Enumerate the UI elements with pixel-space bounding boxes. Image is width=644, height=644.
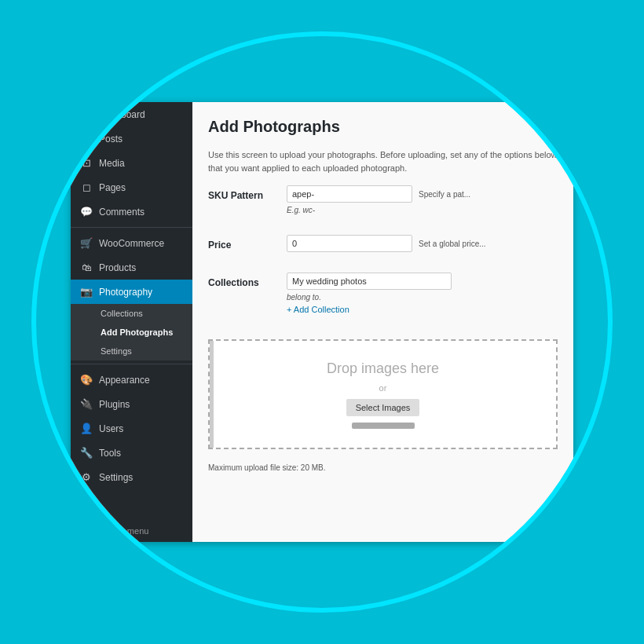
users-icon: 👤 — [80, 423, 93, 434]
sidebar-label-plugins: Plugins — [99, 399, 130, 410]
dashboard-icon: ⊞ — [80, 108, 93, 120]
media-icon: ⊡ — [80, 157, 93, 169]
sidebar-item-pages[interactable]: ◻ Pages — [71, 175, 192, 199]
sidebar-label-posts: Posts — [99, 134, 123, 145]
photography-icon: 📷 — [80, 286, 93, 298]
tools-icon: 🔧 — [80, 447, 93, 459]
sku-input[interactable] — [287, 185, 412, 203]
sidebar-divider-1 — [71, 227, 192, 228]
comments-icon: 💬 — [80, 206, 93, 218]
sidebar-label-woocommerce: WooCommerce — [99, 238, 164, 249]
sidebar-label-comments: Comments — [99, 207, 145, 218]
price-input-row: Set a global price... — [287, 235, 558, 252]
plugins-icon: 🔌 — [80, 398, 93, 410]
posts-icon: ✎ — [80, 133, 93, 145]
sidebar-label-users: Users — [99, 423, 123, 434]
sku-field-group: Specify a pat... E.g. wc- — [287, 185, 558, 214]
sidebar-item-products[interactable]: 🛍 Products — [71, 255, 192, 280]
sidebar-item-comments[interactable]: 💬 Comments — [71, 199, 192, 224]
sidebar: ⊞ Dashboard ✎ Posts ⊡ Media ◻ Pages 💬 Co… — [71, 102, 192, 542]
sidebar-item-appearance[interactable]: 🎨 Appearance — [71, 368, 192, 392]
sidebar-label-settings: Settings — [99, 472, 133, 483]
products-icon: 🛍 — [80, 262, 93, 273]
sidebar-divider-2 — [71, 364, 192, 364]
collapse-icon: ◀ — [80, 525, 86, 536]
drop-zone-text: Drop images here — [327, 360, 439, 377]
settings-icon: ⚙ — [80, 471, 93, 483]
wordpress-window: ⊞ Dashboard ✎ Posts ⊡ Media ◻ Pages 💬 Co… — [71, 102, 573, 542]
pages-icon: ◻ — [80, 181, 93, 193]
drop-zone-or: or — [379, 383, 387, 393]
sidebar-item-woocommerce[interactable]: 🛒 WooCommerce — [71, 231, 192, 255]
sidebar-label-tools: Tools — [99, 448, 121, 459]
upload-info: Maximum upload file size: 20 MB. — [208, 463, 558, 472]
sidebar-item-settings[interactable]: ⚙ Settings — [71, 465, 192, 489]
select-images-button[interactable]: Select Images — [346, 399, 420, 416]
collapse-label: Collapse menu — [91, 526, 148, 536]
progress-bar — [352, 423, 415, 429]
circle-frame: ⊞ Dashboard ✎ Posts ⊡ Media ◻ Pages 💬 Co… — [31, 31, 613, 613]
collections-input[interactable] — [287, 273, 452, 290]
sku-hint-right: Specify a pat... — [419, 190, 470, 199]
sidebar-item-dashboard[interactable]: ⊞ Dashboard — [71, 102, 192, 126]
collections-field-group: belong to. + Add Collection — [287, 273, 558, 314]
submenu-label-add-photographs: Add Photographs — [101, 327, 173, 337]
page-title: Add Photographs — [208, 118, 558, 136]
price-input[interactable] — [287, 235, 412, 252]
sidebar-item-tools[interactable]: 🔧 Tools — [71, 441, 192, 465]
sidebar-item-users[interactable]: 👤 Users — [71, 416, 192, 441]
page-description: Use this screen to upload your photograp… — [208, 148, 558, 174]
belong-to-text: belong to. — [287, 293, 558, 302]
drop-zone[interactable]: Drop images here or Select Images — [208, 339, 558, 449]
sidebar-label-pages: Pages — [99, 182, 126, 193]
photography-submenu: Collections Add Photographs Settings — [71, 304, 192, 360]
submenu-label-settings: Settings — [101, 346, 132, 356]
drop-zone-accent — [210, 341, 214, 448]
sidebar-label-photography: Photography — [99, 287, 152, 298]
main-content: Add Photographs Use this screen to uploa… — [192, 102, 573, 542]
sku-input-row: Specify a pat... — [287, 185, 558, 203]
sidebar-item-photography[interactable]: 📷 Photography — [71, 280, 192, 304]
price-label: Price — [208, 235, 279, 251]
sidebar-label-appearance: Appearance — [99, 375, 150, 386]
form-row-price: Price Set a global price... — [208, 235, 558, 252]
submenu-collections[interactable]: Collections — [71, 304, 192, 323]
sku-label: SKU Pattern — [208, 185, 279, 201]
collapse-menu-button[interactable]: ◀ Collapse menu — [71, 519, 192, 542]
sidebar-label-media: Media — [99, 158, 125, 169]
submenu-add-photographs[interactable]: Add Photographs — [71, 323, 192, 342]
submenu-settings[interactable]: Settings — [71, 342, 192, 360]
form-row-sku: SKU Pattern Specify a pat... E.g. wc- — [208, 185, 558, 214]
sku-hint: E.g. wc- — [287, 206, 558, 214]
add-collection-link[interactable]: + Add Collection — [287, 305, 558, 314]
sidebar-item-posts[interactable]: ✎ Posts — [71, 126, 192, 151]
sidebar-item-plugins[interactable]: 🔌 Plugins — [71, 392, 192, 416]
sidebar-label-products: Products — [99, 262, 136, 273]
appearance-icon: 🎨 — [80, 374, 93, 386]
sidebar-label-dashboard: Dashboard — [99, 109, 145, 120]
woocommerce-icon: 🛒 — [80, 237, 93, 249]
form-row-collections: Collections belong to. + Add Collection — [208, 273, 558, 314]
collections-label: Collections — [208, 273, 279, 288]
sidebar-item-media[interactable]: ⊡ Media — [71, 151, 192, 175]
price-field-group: Set a global price... — [287, 235, 558, 252]
submenu-label-collections: Collections — [101, 309, 143, 318]
price-hint-right: Set a global price... — [419, 240, 486, 248]
